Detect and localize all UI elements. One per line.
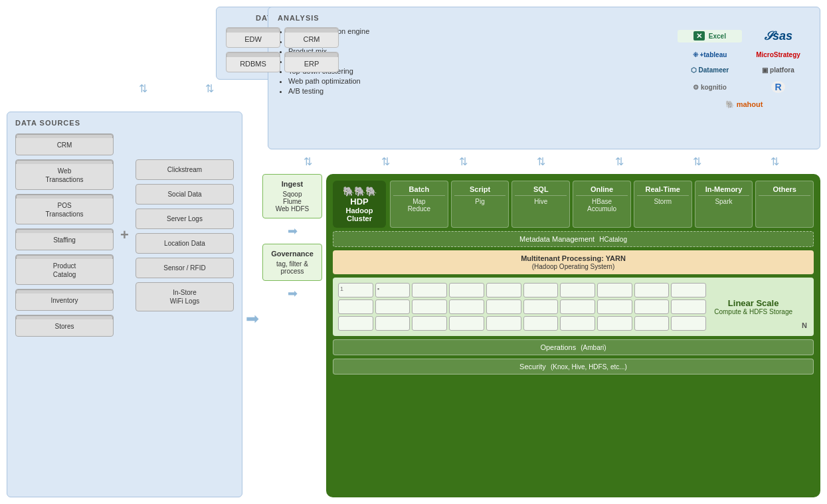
bullet-4: Brand health	[288, 57, 668, 65]
storage-cell-r3c6	[523, 316, 559, 331]
storage-cell-r2c8	[597, 299, 632, 314]
storage-subtitle: Compute & HDFS Storage	[714, 308, 792, 315]
db-erp: ERP	[284, 52, 339, 72]
ingest-flume: Flume	[267, 198, 318, 205]
hdp-elephant-icon: 🐘🐘🐘	[339, 186, 379, 197]
storage-cell-r2c1	[338, 299, 373, 314]
v-arrow-2: ⇅	[381, 155, 390, 168]
storage-cell-r3c4	[449, 316, 484, 331]
ingest-governance-col: Ingest Sqoop Flume Web HDFS ➡ Governance…	[262, 174, 322, 497]
storage-title: Linear Scale	[728, 298, 779, 308]
bullet-6: Web path optimization	[288, 77, 668, 85]
security-label: Security	[519, 363, 546, 371]
hdp-hadoop: Hadoop	[339, 207, 379, 214]
hdp-header-row: 🐘🐘🐘 HDP Hadoop Cluster Batch MapReduce S…	[333, 181, 814, 228]
logo-tableau: ⁜ +tableau	[678, 49, 742, 60]
proc-realtime-sub: Storm	[637, 198, 689, 205]
source-col-right: Clickstream Social Data Server Logs Loca…	[136, 159, 234, 311]
right-section: ANALYSIS Recommendation engine Price sen…	[262, 7, 820, 497]
bullet-2: Price sensitivity	[288, 37, 668, 45]
repos-arrow-1: ⇅	[139, 82, 147, 95]
logo-kognitio: ⚙ kognitio	[678, 82, 742, 93]
db-crm: CRM	[284, 27, 339, 48]
storage-cell-r1c10	[671, 283, 706, 297]
v-arrow-6: ⇅	[693, 155, 701, 168]
proc-realtime: Real-Time Storm	[634, 181, 692, 228]
hadoop-full: Ingest Sqoop Flume Web HDFS ➡ Governance…	[262, 174, 820, 497]
src-location-data: Location Data	[136, 233, 234, 254]
operations-sublabel: (Ambari)	[581, 344, 606, 351]
proc-script: Script Pig	[451, 181, 509, 228]
yarn-title: Multitenant Processing: YARN	[521, 254, 626, 262]
bullet-7: A/B testing	[288, 87, 668, 95]
top-hadoop-arrows: ⇅ ⇅ ⇅ ⇅ ⇅ ⇅ ⇅	[262, 153, 820, 170]
metadata-sublabel: HCatalog	[599, 236, 627, 243]
logo-sas: 𝒮sas	[746, 27, 810, 45]
logo-datameer: ⬡ Datameer	[678, 64, 742, 76]
metadata-label: Metadata Management	[519, 235, 595, 243]
proc-sql: SQL Hive	[511, 181, 570, 228]
storage-cell-r2c6	[523, 299, 559, 314]
v-arrow-1: ⇅	[304, 155, 312, 168]
proc-batch-sub: MapReduce	[393, 198, 445, 212]
db-rdbms: RDBMS	[226, 52, 280, 72]
left-section: DATA REPOS EDW CRM RDBMS ERP ⇅ ⇅ DATA SO…	[7, 7, 242, 497]
v-arrow-7: ⇅	[771, 155, 779, 168]
storage-cell-r1c8	[597, 283, 632, 297]
bullet-5: Top-down clustering	[288, 67, 668, 75]
db-edw: EDW	[226, 27, 280, 48]
operations-label: Operations	[540, 343, 576, 351]
storage-cell-r2c4	[449, 299, 484, 314]
data-sources-box: DATA SOURCES CRM WebTransactions POSTran…	[7, 112, 242, 497]
storage-cell-r1c3	[412, 283, 447, 297]
storage-cell-r2c10	[671, 299, 706, 314]
storage-cell-r1c7	[560, 283, 595, 297]
src-instore-wifi: In-StoreWiFi Logs	[136, 282, 234, 311]
proc-sql-sub: Hive	[515, 198, 567, 205]
proc-batch: Batch MapReduce	[390, 181, 448, 228]
src-server-logs: Server Logs	[136, 209, 234, 229]
storage-cell-r3c9	[634, 316, 670, 331]
src-product-catalog: ProductCatalog	[15, 254, 114, 285]
logo-microstrategy: MicroStrategy	[746, 49, 810, 60]
storage-section: 1 ▪	[333, 278, 814, 336]
src-staffing: Staffing	[15, 228, 114, 250]
logo-excel: ✕ Excel	[678, 30, 742, 42]
yarn-row: Multitenant Processing: YARN (Hadoop Ope…	[333, 250, 814, 274]
storage-cell-r1c9	[634, 283, 670, 297]
proc-inmemory: In-Memory Spark	[695, 181, 753, 228]
src-clickstream: Clickstream	[136, 159, 234, 180]
analysis-content: Recommendation engine Price sensitivity …	[278, 27, 810, 111]
proc-online-sub: HBaseAccumulo	[576, 198, 628, 212]
storage-grid: 1 ▪	[338, 283, 706, 331]
repos-double-arrows: ⇅ ⇅	[110, 82, 242, 95]
src-sensor-rfid: Sensor / RFID	[136, 258, 234, 278]
data-sources-title: DATA SOURCES	[15, 119, 234, 127]
v-arrow-3: ⇅	[459, 155, 468, 168]
ingest-box: Ingest Sqoop Flume Web HDFS	[262, 174, 322, 218]
plus-sign: +	[119, 226, 130, 244]
analysis-box: ANALYSIS Recommendation engine Price sen…	[268, 7, 820, 149]
src-crm: CRM	[15, 133, 114, 155]
ingest-webhdfs: Web HDFS	[267, 205, 318, 212]
storage-cell-r3c2	[375, 316, 411, 331]
bullet-1: Recommendation engine	[288, 27, 668, 35]
gov-arrow: ➡	[262, 286, 322, 301]
metadata-row: Metadata Management HCatalog	[333, 231, 814, 247]
logo-mahout: 🐘 mahout	[678, 98, 810, 111]
top-area: ANALYSIS Recommendation engine Price sen…	[262, 7, 820, 149]
ingest-sqoop: Sqoop	[267, 191, 318, 198]
analysis-logos: ✕ Excel 𝒮sas ⁜ +tableau MicroStrategy	[678, 27, 810, 111]
storage-cell-r2c7	[560, 299, 595, 314]
proc-online: Online HBaseAccumulo	[573, 181, 631, 228]
gov-subtitle: tag, filter &process	[267, 260, 318, 275]
storage-cell-r2c9	[634, 299, 670, 314]
storage-cell-r2c2	[375, 299, 411, 314]
ingest-title: Ingest	[267, 180, 318, 188]
proc-script-sub: Pig	[454, 198, 506, 205]
v-arrow-4: ⇅	[537, 155, 545, 168]
hdp-label: HDP	[339, 197, 379, 207]
storage-cell-r3c5	[486, 316, 521, 331]
source-col-left: CRM WebTransactions POSTransactions Staf…	[15, 133, 114, 337]
hdp-logo-box: 🐘🐘🐘 HDP Hadoop Cluster	[333, 181, 386, 228]
